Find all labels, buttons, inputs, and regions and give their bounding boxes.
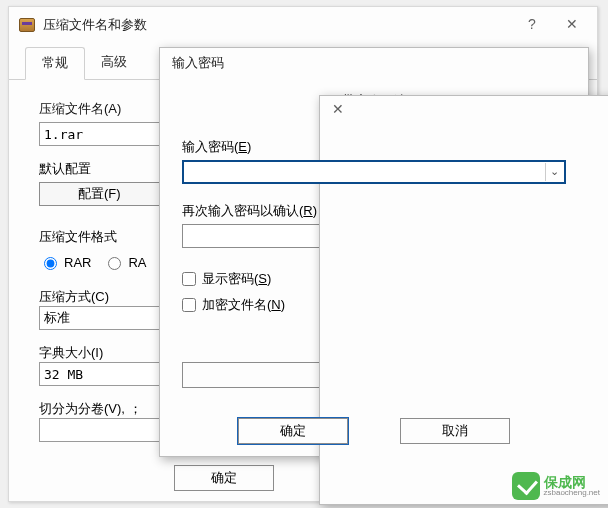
- titlebar-actions: ? ✕: [513, 11, 591, 39]
- modal-close-button[interactable]: ✕: [320, 96, 356, 122]
- method-label: 压缩方式(C): [39, 288, 165, 306]
- help-button[interactable]: ?: [513, 11, 551, 39]
- dict-label: 字典大小(I): [39, 344, 165, 362]
- main-ok-button[interactable]: 确定: [174, 465, 274, 491]
- titlebar: 压缩文件名和参数 ? ✕: [9, 7, 597, 43]
- dict-select[interactable]: [39, 362, 169, 386]
- split-input[interactable]: [39, 418, 169, 442]
- watermark-text: 保成网 zsbaocheng.net: [544, 475, 601, 497]
- filename-label: 压缩文件名(A): [39, 100, 165, 118]
- radio-rar[interactable]: RAR: [39, 254, 91, 270]
- config-button[interactable]: 配置(F): [39, 182, 169, 206]
- tab-general[interactable]: 常规: [25, 47, 85, 80]
- modal-titlebar: 输入密码 ✕: [160, 48, 588, 78]
- password-dropdown-arrow[interactable]: ⌄: [545, 163, 563, 181]
- modal-cancel-button[interactable]: 取消: [400, 418, 510, 444]
- split-label: 切分为分卷(V), ；: [39, 400, 165, 418]
- encrypt-names-box[interactable]: [182, 298, 196, 312]
- default-config-label: 默认配置: [39, 160, 165, 178]
- password-input[interactable]: [182, 160, 566, 184]
- close-button[interactable]: ✕: [553, 11, 591, 39]
- method-select[interactable]: [39, 306, 169, 330]
- modal-title: 输入密码: [172, 54, 582, 72]
- winrar-icon: [19, 18, 35, 32]
- format-label: 压缩文件格式: [39, 228, 165, 246]
- radio-ra2[interactable]: RA: [103, 254, 146, 270]
- show-password-box[interactable]: [182, 272, 196, 286]
- watermark-icon: [512, 472, 540, 500]
- window-title: 压缩文件名和参数: [43, 16, 513, 34]
- password-dialog: 输入密码 ✕ 带密码压缩 输入密码(E) ⌄ 再次输入密码以确认(R) 显示密码…: [159, 47, 589, 457]
- watermark: 保成网 zsbaocheng.net: [512, 472, 601, 500]
- modal-ok-button[interactable]: 确定: [238, 418, 348, 444]
- password-combo: ⌄: [182, 160, 566, 184]
- modal-footer: 确定 取消: [160, 418, 588, 444]
- format-radio-group: RAR RA: [39, 254, 165, 270]
- tab-advanced[interactable]: 高级: [85, 47, 143, 79]
- filename-input[interactable]: [39, 122, 169, 146]
